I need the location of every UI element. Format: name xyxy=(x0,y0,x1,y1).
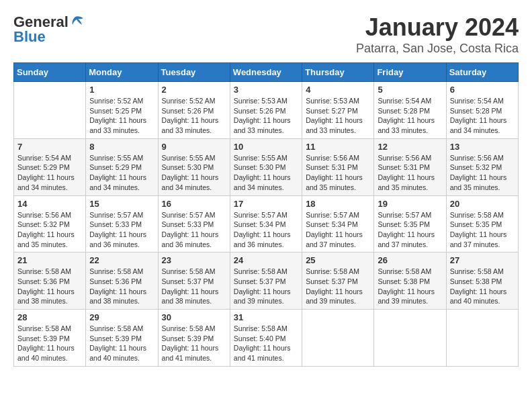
day-info: Sunrise: 5:58 AMSunset: 5:38 PMDaylight:… xyxy=(450,267,515,306)
day-number: 13 xyxy=(450,142,515,152)
day-number: 17 xyxy=(234,199,298,209)
calendar-day: 19Sunrise: 5:57 AMSunset: 5:35 PMDayligh… xyxy=(374,195,446,253)
day-info: Sunrise: 5:55 AMSunset: 5:30 PMDaylight:… xyxy=(162,153,226,193)
calendar-day: 21Sunrise: 5:58 AMSunset: 5:36 PMDayligh… xyxy=(14,253,86,310)
day-number: 6 xyxy=(450,85,515,95)
title-block: January 2024 Patarra, San Jose, Costa Ri… xyxy=(356,13,519,56)
day-info: Sunrise: 5:58 AMSunset: 5:39 PMDaylight:… xyxy=(89,324,154,363)
day-number: 22 xyxy=(89,255,154,265)
day-info: Sunrise: 5:57 AMSunset: 5:34 PMDaylight:… xyxy=(306,210,370,250)
day-info: Sunrise: 5:58 AMSunset: 5:39 PMDaylight:… xyxy=(17,324,82,363)
day-info: Sunrise: 5:56 AMSunset: 5:31 PMDaylight:… xyxy=(306,153,370,193)
day-number: 15 xyxy=(89,199,154,209)
day-number: 20 xyxy=(450,199,515,209)
day-number: 7 xyxy=(17,142,82,152)
day-number: 27 xyxy=(450,255,515,265)
calendar-day xyxy=(302,310,374,367)
header-saturday: Saturday xyxy=(446,63,518,82)
day-number: 31 xyxy=(234,312,298,322)
day-info: Sunrise: 5:53 AMSunset: 5:27 PMDaylight:… xyxy=(306,96,370,136)
header-thursday: Thursday xyxy=(302,63,374,82)
day-info: Sunrise: 5:54 AMSunset: 5:28 PMDaylight:… xyxy=(450,96,515,136)
calendar-day: 10Sunrise: 5:55 AMSunset: 5:30 PMDayligh… xyxy=(230,138,302,195)
calendar-day: 14Sunrise: 5:56 AMSunset: 5:32 PMDayligh… xyxy=(14,195,86,253)
calendar-week-5: 28Sunrise: 5:58 AMSunset: 5:39 PMDayligh… xyxy=(14,310,519,367)
calendar-day: 6Sunrise: 5:54 AMSunset: 5:28 PMDaylight… xyxy=(446,82,518,139)
calendar-day: 18Sunrise: 5:57 AMSunset: 5:34 PMDayligh… xyxy=(302,195,374,253)
calendar-day: 28Sunrise: 5:58 AMSunset: 5:39 PMDayligh… xyxy=(14,310,86,367)
calendar-day: 20Sunrise: 5:58 AMSunset: 5:35 PMDayligh… xyxy=(446,195,518,253)
day-number: 11 xyxy=(306,142,370,152)
calendar-day: 12Sunrise: 5:56 AMSunset: 5:31 PMDayligh… xyxy=(374,138,446,195)
day-number: 3 xyxy=(234,85,298,95)
calendar-day: 29Sunrise: 5:58 AMSunset: 5:39 PMDayligh… xyxy=(86,310,158,367)
calendar-week-4: 21Sunrise: 5:58 AMSunset: 5:36 PMDayligh… xyxy=(14,253,519,310)
day-info: Sunrise: 5:55 AMSunset: 5:30 PMDaylight:… xyxy=(234,153,298,193)
day-info: Sunrise: 5:57 AMSunset: 5:33 PMDaylight:… xyxy=(89,210,154,250)
calendar-day: 7Sunrise: 5:54 AMSunset: 5:29 PMDaylight… xyxy=(14,138,86,195)
day-number: 16 xyxy=(162,199,226,209)
calendar-week-3: 14Sunrise: 5:56 AMSunset: 5:32 PMDayligh… xyxy=(14,195,519,253)
day-number: 25 xyxy=(306,255,370,265)
header-wednesday: Wednesday xyxy=(230,63,302,82)
day-number: 5 xyxy=(378,85,442,95)
day-number: 1 xyxy=(89,85,154,95)
day-number: 9 xyxy=(162,142,226,152)
calendar-day: 1Sunrise: 5:52 AMSunset: 5:25 PMDaylight… xyxy=(86,82,158,139)
logo: General Blue xyxy=(13,13,85,46)
day-info: Sunrise: 5:57 AMSunset: 5:33 PMDaylight:… xyxy=(162,210,226,250)
calendar-day: 27Sunrise: 5:58 AMSunset: 5:38 PMDayligh… xyxy=(446,253,518,310)
calendar-day: 8Sunrise: 5:55 AMSunset: 5:29 PMDaylight… xyxy=(86,138,158,195)
calendar-day xyxy=(374,310,446,367)
day-number: 30 xyxy=(162,312,226,322)
calendar-day: 2Sunrise: 5:52 AMSunset: 5:26 PMDaylight… xyxy=(158,82,230,139)
day-info: Sunrise: 5:58 AMSunset: 5:40 PMDaylight:… xyxy=(234,324,298,363)
calendar-day: 4Sunrise: 5:53 AMSunset: 5:27 PMDaylight… xyxy=(302,82,374,139)
day-number: 18 xyxy=(306,199,370,209)
calendar-table: SundayMondayTuesdayWednesdayThursdayFrid… xyxy=(13,62,519,367)
header-monday: Monday xyxy=(86,63,158,82)
calendar-week-2: 7Sunrise: 5:54 AMSunset: 5:29 PMDaylight… xyxy=(14,138,519,195)
calendar-day xyxy=(14,82,86,139)
calendar-day: 13Sunrise: 5:56 AMSunset: 5:32 PMDayligh… xyxy=(446,138,518,195)
day-info: Sunrise: 5:52 AMSunset: 5:26 PMDaylight:… xyxy=(162,96,226,136)
calendar-day: 23Sunrise: 5:58 AMSunset: 5:37 PMDayligh… xyxy=(158,253,230,310)
day-info: Sunrise: 5:54 AMSunset: 5:29 PMDaylight:… xyxy=(17,153,82,193)
day-info: Sunrise: 5:58 AMSunset: 5:37 PMDaylight:… xyxy=(234,267,298,306)
day-number: 28 xyxy=(17,312,82,322)
calendar-day: 30Sunrise: 5:58 AMSunset: 5:39 PMDayligh… xyxy=(158,310,230,367)
calendar-day: 24Sunrise: 5:58 AMSunset: 5:37 PMDayligh… xyxy=(230,253,302,310)
day-number: 23 xyxy=(162,255,226,265)
day-number: 12 xyxy=(378,142,442,152)
day-info: Sunrise: 5:56 AMSunset: 5:32 PMDaylight:… xyxy=(17,210,82,250)
day-info: Sunrise: 5:58 AMSunset: 5:35 PMDaylight:… xyxy=(450,210,515,250)
calendar-day: 5Sunrise: 5:54 AMSunset: 5:28 PMDaylight… xyxy=(374,82,446,139)
calendar-day: 17Sunrise: 5:57 AMSunset: 5:34 PMDayligh… xyxy=(230,195,302,253)
day-info: Sunrise: 5:58 AMSunset: 5:36 PMDaylight:… xyxy=(17,267,82,306)
day-number: 26 xyxy=(378,255,442,265)
day-info: Sunrise: 5:57 AMSunset: 5:34 PMDaylight:… xyxy=(234,210,298,250)
day-info: Sunrise: 5:58 AMSunset: 5:38 PMDaylight:… xyxy=(378,267,442,306)
day-info: Sunrise: 5:55 AMSunset: 5:29 PMDaylight:… xyxy=(89,153,154,193)
calendar-day: 11Sunrise: 5:56 AMSunset: 5:31 PMDayligh… xyxy=(302,138,374,195)
day-number: 2 xyxy=(162,85,226,95)
day-info: Sunrise: 5:58 AMSunset: 5:36 PMDaylight:… xyxy=(89,267,154,306)
day-number: 29 xyxy=(89,312,154,322)
page-title: January 2024 xyxy=(356,13,519,42)
page-header: General Blue January 2024 Patarra, San J… xyxy=(13,13,519,56)
day-info: Sunrise: 5:56 AMSunset: 5:32 PMDaylight:… xyxy=(450,153,515,193)
calendar-day: 31Sunrise: 5:58 AMSunset: 5:40 PMDayligh… xyxy=(230,310,302,367)
day-info: Sunrise: 5:58 AMSunset: 5:37 PMDaylight:… xyxy=(306,267,370,306)
logo-blue-text: Blue xyxy=(13,28,46,46)
day-number: 8 xyxy=(89,142,154,152)
day-info: Sunrise: 5:58 AMSunset: 5:39 PMDaylight:… xyxy=(162,324,226,363)
calendar-day: 26Sunrise: 5:58 AMSunset: 5:38 PMDayligh… xyxy=(374,253,446,310)
calendar-day: 22Sunrise: 5:58 AMSunset: 5:36 PMDayligh… xyxy=(86,253,158,310)
day-number: 4 xyxy=(306,85,370,95)
day-info: Sunrise: 5:58 AMSunset: 5:37 PMDaylight:… xyxy=(162,267,226,306)
calendar-day: 15Sunrise: 5:57 AMSunset: 5:33 PMDayligh… xyxy=(86,195,158,253)
calendar-day: 16Sunrise: 5:57 AMSunset: 5:33 PMDayligh… xyxy=(158,195,230,253)
calendar-header-row: SundayMondayTuesdayWednesdayThursdayFrid… xyxy=(14,63,519,82)
day-info: Sunrise: 5:54 AMSunset: 5:28 PMDaylight:… xyxy=(378,96,442,136)
calendar-day: 25Sunrise: 5:58 AMSunset: 5:37 PMDayligh… xyxy=(302,253,374,310)
